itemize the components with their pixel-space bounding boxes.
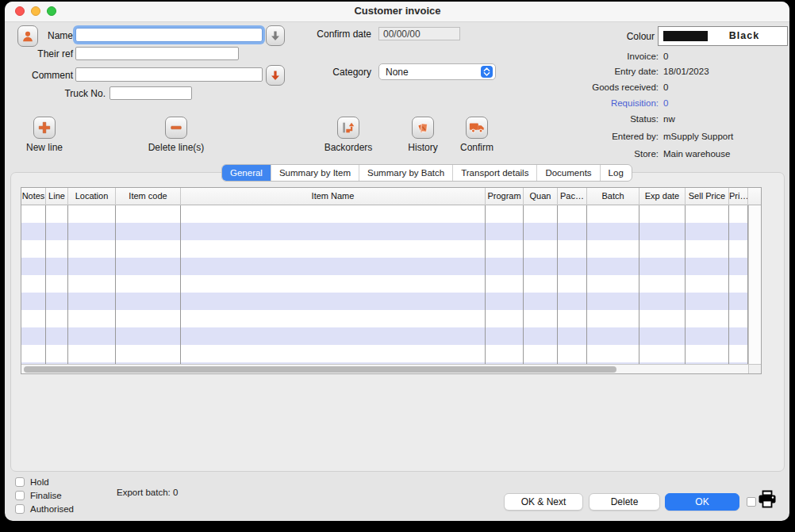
column-header-notes[interactable]: Notes [21,188,46,205]
table-cell [524,275,558,293]
table-cell [181,205,486,223]
table-cell [587,275,639,293]
horizontal-scrollbar[interactable] [21,364,748,373]
delete-button[interactable]: Delete [589,493,660,511]
table-cell [68,293,116,310]
comment-expand-button[interactable] [266,65,285,86]
table-cell [524,345,558,362]
entered-by-value: mSupply Support [663,132,789,141]
table-cell [68,345,116,362]
column-header-pac[interactable]: Pac… [558,188,587,205]
ok-button[interactable]: OK [665,493,739,511]
table-cell [21,258,46,275]
name-list-button[interactable] [266,25,285,46]
table-row[interactable] [21,327,748,345]
table-cell [46,293,68,310]
horizontal-scrollbar-thumb[interactable] [24,366,616,373]
table-cell [686,345,729,362]
column-header-item-name[interactable]: Item Name [181,188,486,205]
finalise-checkbox[interactable] [15,491,25,500]
table-row[interactable] [21,258,748,275]
goods-received-value: 0 [663,82,789,92]
table-row[interactable] [21,223,748,240]
comment-label: Comment [24,70,73,81]
column-header-location[interactable]: Location [68,188,116,205]
their-ref-input[interactable] [75,47,239,60]
table-cell [181,310,486,327]
table-cell [524,240,558,258]
red-down-arrow-icon [269,69,282,82]
table-cell [729,258,748,275]
their-ref-label: Their ref [24,48,73,59]
entry-date-value: 18/01/2023 [663,67,789,76]
store-value: Main warehouse [663,149,789,159]
requisition-link[interactable]: 0 [663,98,789,108]
column-header-item-code[interactable]: Item code [116,188,181,205]
tab-summary-by-batch[interactable]: Summary by Batch [359,165,453,181]
table-row[interactable] [21,345,748,362]
column-header-program[interactable]: Program [486,188,524,205]
table-cell [639,310,686,327]
delete-lines-button[interactable] [165,117,187,139]
colour-button[interactable]: Black [658,26,788,46]
authorised-checkbox[interactable] [15,504,25,514]
tab-summary-by-item[interactable]: Summary by Item [271,165,359,181]
table-cell [486,293,524,310]
table-cell [46,240,68,258]
column-header-sell-price[interactable]: Sell Price [686,188,729,205]
column-header-batch[interactable]: Batch [587,188,639,205]
category-label: Category [317,67,371,78]
backorders-button[interactable] [337,117,359,139]
confirm-button[interactable] [466,117,488,139]
print-button[interactable] [758,490,777,508]
table-row[interactable] [21,293,748,310]
table-row[interactable] [21,205,748,223]
truck-no-input[interactable] [109,86,192,100]
table-cell [181,275,486,293]
tab-bar: General Summary by Item Summary by Batch… [221,164,632,182]
table-row[interactable] [21,310,748,327]
column-header-exp-date[interactable]: Exp date [639,188,686,205]
table-cell [46,327,68,345]
column-header-pri[interactable]: Pri… [729,188,748,205]
column-header-line[interactable]: Line [46,188,68,205]
table-cell [21,293,46,310]
backorders-icon [341,121,355,135]
tab-transport-details[interactable]: Transport details [453,165,537,181]
category-select[interactable]: None [378,63,496,80]
table-row[interactable] [21,275,748,293]
name-input[interactable] [75,28,263,42]
print-checkbox[interactable] [747,497,756,507]
authorised-label: Authorised [30,504,74,515]
history-button[interactable] [412,117,434,139]
table-cell [21,310,46,327]
table-cell [181,240,486,258]
table-cell [686,275,729,293]
table-cell [686,327,729,345]
table-cell [524,223,558,240]
down-arrow-icon [269,29,282,42]
table-cell [486,310,524,327]
table-cell [68,223,116,240]
backorders-label: Backorders [317,143,380,153]
vertical-scrollbar[interactable] [748,205,761,364]
table-cell [729,310,748,327]
table-cell [524,205,558,223]
export-batch-label: Export batch: 0 [117,488,178,498]
confirm-date-label: Confirm date [309,29,371,40]
ok-next-button[interactable]: OK & Next [504,493,583,511]
tab-log[interactable]: Log [601,165,632,181]
hold-checkbox[interactable] [15,477,25,487]
comment-input[interactable] [75,67,263,82]
table-cell [116,205,181,223]
new-line-button[interactable] [33,117,56,139]
table-cell [68,310,116,327]
table-cell [587,205,639,223]
table-cell [68,275,116,293]
column-header-quan[interactable]: Quan [524,188,558,205]
table-row[interactable] [21,240,748,258]
history-cards-icon [416,121,430,135]
tab-documents[interactable]: Documents [537,165,600,181]
requisition-label: Requisition: [540,98,659,108]
tab-general[interactable]: General [222,165,271,181]
